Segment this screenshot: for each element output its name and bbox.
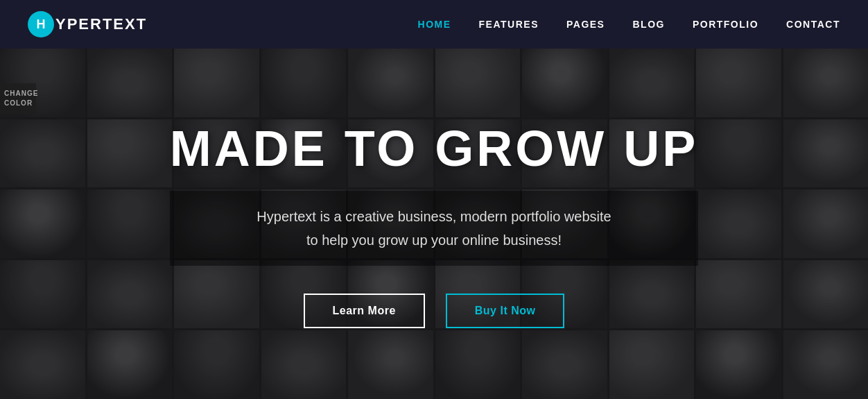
nav-link-home[interactable]: HOME [418,19,451,30]
hero-subtitle-line2: to help you grow up your online business… [198,228,671,252]
nav-link-pages[interactable]: PAGES [566,19,605,30]
logo-text: YPERTEXT [55,15,147,33]
hero-title: MADE TO GROW UP [170,120,699,177]
logo[interactable]: H YPERTEXT [28,11,147,37]
nav-menu: HOME FEATURES PAGES BLOG PORTFOLIO CONTA… [418,18,840,31]
hero-section: CHANGE COLOR MADE TO GROW UP Hypertext i… [0,49,868,399]
nav-item-features[interactable]: FEATURES [479,18,539,31]
nav-link-contact[interactable]: CONTACT [786,19,840,30]
hero-subtitle-line1: Hypertext is a creative business, modern… [198,205,671,228]
nav-link-features[interactable]: FEATURES [479,19,539,30]
nav-item-pages[interactable]: PAGES [566,18,605,31]
hero-buttons: Learn More Buy It Now [170,294,699,328]
nav-link-blog[interactable]: BLOG [632,19,664,30]
nav-link-portfolio[interactable]: PORTFOLIO [693,19,758,30]
nav-item-blog[interactable]: BLOG [632,18,664,31]
hero-content: MADE TO GROW UP Hypertext is a creative … [156,120,713,328]
nav-item-portfolio[interactable]: PORTFOLIO [693,18,758,31]
navbar: H YPERTEXT HOME FEATURES PAGES BLOG PORT… [0,0,868,49]
nav-item-contact[interactable]: CONTACT [786,18,840,31]
buy-now-button[interactable]: Buy It Now [446,294,565,328]
change-color-button[interactable]: CHANGE COLOR [0,83,36,114]
hero-subtitle-box: Hypertext is a creative business, modern… [170,191,699,266]
logo-icon: H [28,11,54,37]
nav-item-home[interactable]: HOME [418,18,451,31]
learn-more-button[interactable]: Learn More [304,294,425,328]
